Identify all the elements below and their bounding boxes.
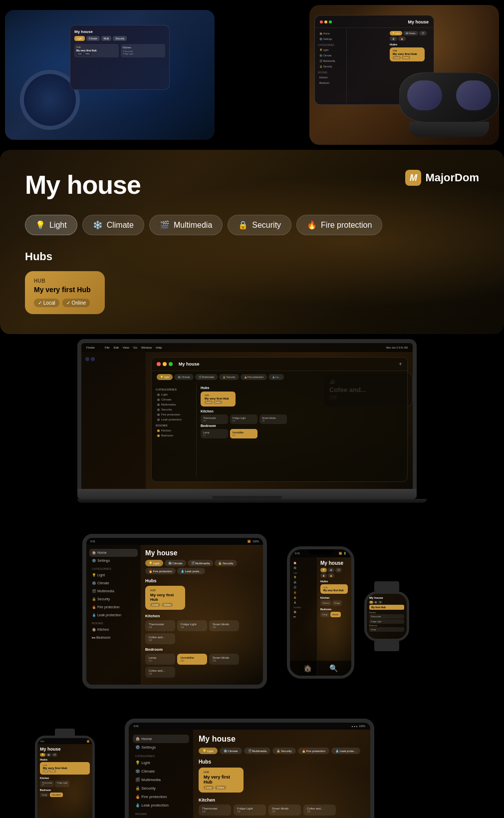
iphone-nav-settings[interactable]: ⚙️ xyxy=(292,565,315,570)
ipad-tab-multimedia[interactable]: 🎬 Multimedia xyxy=(188,560,214,566)
win-tab-climate[interactable]: ❄️ Climate xyxy=(174,374,193,380)
lip-nav-climate[interactable]: ❄️ Climate xyxy=(133,767,189,776)
iphone-tab-fire[interactable]: 🔥 xyxy=(328,573,334,578)
iphone-tab-climate[interactable]: ❄️ xyxy=(328,568,334,572)
lip-nav-home[interactable]: 🏠 Home xyxy=(133,735,189,743)
ipad-tab-light[interactable]: 💡 Light xyxy=(145,560,163,566)
iphone-nav-kitchen[interactable]: 🏠 xyxy=(292,609,315,614)
menu-file[interactable]: File xyxy=(105,346,110,349)
vp-tab-multimedia[interactable]: 🎬 xyxy=(419,31,427,35)
cat-leak[interactable]: Leak protection xyxy=(156,417,192,422)
vp-tab-light[interactable]: 💡 Light xyxy=(390,31,402,35)
lip-nav-light[interactable]: 💡 Light xyxy=(133,759,189,767)
room-kitchen[interactable]: Kitchen xyxy=(156,428,192,433)
lip-tab-light[interactable]: 💡 Light xyxy=(199,748,218,754)
cat-security[interactable]: Security xyxy=(156,407,192,412)
lip-nav-multimedia[interactable]: 🎬 Multimedia xyxy=(133,776,189,784)
lip-nav-security[interactable]: 🔒 Security xyxy=(133,784,189,793)
car-tab-multimedia[interactable]: Multi xyxy=(101,36,112,41)
win-minimize[interactable] xyxy=(163,362,167,366)
window-maximize-dot[interactable] xyxy=(329,20,332,23)
iphone-nav-multimedia[interactable]: 🎬 xyxy=(292,585,315,590)
menu-edit[interactable]: Edit xyxy=(114,346,119,349)
ipad-nav-security[interactable]: 🔒 Security xyxy=(89,595,138,603)
lip-nav-settings[interactable]: ⚙️ Settings xyxy=(133,743,189,752)
sp-tab-light[interactable]: 💡 xyxy=(40,753,45,757)
vp-tab-fire[interactable]: 🔥 xyxy=(398,36,406,41)
vp-tab-climate[interactable]: ❄️ Climate xyxy=(403,31,418,35)
iphone-nav-leak[interactable]: 💧 xyxy=(292,600,315,605)
menu-window[interactable]: Window xyxy=(141,346,152,349)
win-tab-fire[interactable]: 🔥 Fire protection xyxy=(241,374,267,380)
ipad-nav-home[interactable]: 🏠 Home xyxy=(89,549,138,557)
win-tab-leak[interactable]: 💧 Le... xyxy=(268,374,284,380)
watch-tab-multi[interactable]: 🎬 xyxy=(378,601,382,604)
iphone-nav-home[interactable]: 🏠 xyxy=(292,560,315,565)
cat-climate[interactable]: Climate xyxy=(156,397,192,402)
iphone-tab-multimedia[interactable]: 🎬 xyxy=(335,568,342,572)
ipad-nav-fire[interactable]: 🔥 Fire protection xyxy=(89,603,138,611)
ipad-tab-fire[interactable]: 🔥 Fire protection xyxy=(145,568,176,574)
lip-tab-security[interactable]: 🔒 Security xyxy=(272,748,295,754)
car-tab-climate[interactable]: Climate xyxy=(86,36,100,41)
vp-nav-bedroom[interactable]: Bedroom xyxy=(318,80,343,85)
watch-tab-climate[interactable]: ❄️ xyxy=(374,601,378,604)
vp-nav-multimedia[interactable]: 🎬 Multimedia xyxy=(318,58,343,63)
ipad-nav-leak[interactable]: 💧 Leak protection xyxy=(89,611,138,619)
iphone-tab-security[interactable]: 🔒 xyxy=(320,573,327,578)
room-bedroom[interactable]: Bedroom xyxy=(156,433,192,438)
ipad-tab-leak[interactable]: 💧 Leak prote... xyxy=(177,568,205,574)
cat-fire[interactable]: Fire protection xyxy=(156,412,192,417)
cat-multimedia[interactable]: Multimedia xyxy=(156,402,192,407)
tab-multimedia[interactable]: 🎬 Multimedia xyxy=(149,215,223,235)
vp-nav-climate[interactable]: ❄️ Climate xyxy=(318,53,343,58)
vp-nav-settings[interactable]: ⚙️ Settings xyxy=(318,36,343,41)
car-tab-security[interactable]: Security xyxy=(113,36,127,41)
tab-fire[interactable]: 🔥 Fire protection xyxy=(296,215,382,235)
watch-tab-light[interactable]: 💡 xyxy=(369,601,373,604)
vp-nav-home[interactable]: 🏠 Home xyxy=(318,31,343,36)
car-tab-light[interactable]: Light xyxy=(74,36,85,41)
ipad-tab-climate[interactable]: ❄️ Climate xyxy=(165,560,186,566)
win-tab-light[interactable]: 💡 Light xyxy=(157,374,173,380)
sp-tab-multi[interactable]: 🎬 xyxy=(52,753,57,757)
iphone-nav-security[interactable]: 🔒 xyxy=(292,590,315,595)
tab-light[interactable]: 💡 Light xyxy=(25,215,77,235)
iphone-nav-fire[interactable]: 🔥 xyxy=(292,595,315,600)
ipad-nav-multimedia[interactable]: 🎬 Multimedia xyxy=(89,587,138,595)
win-add-button[interactable]: + xyxy=(399,361,402,368)
sp-tab-climate[interactable]: ❄️ xyxy=(46,753,51,757)
lip-nav-fire[interactable]: 🔥 Fire protection xyxy=(133,793,189,801)
ipad-nav-settings[interactable]: ⚙️ Settings xyxy=(89,557,138,565)
lip-tab-climate[interactable]: ❄️ Climate xyxy=(220,748,242,754)
menu-help[interactable]: Help xyxy=(156,346,162,349)
ipad-tab-security[interactable]: 🔒 Security xyxy=(215,560,237,566)
iphone-nav-bedroom[interactable]: 🛏 xyxy=(292,614,315,619)
win-tab-multimedia[interactable]: 🎬 Multimedia xyxy=(195,374,218,380)
ipad-nav-kitchen[interactable]: 🏠 Kitchen xyxy=(89,626,138,634)
win-maximize[interactable] xyxy=(169,362,173,366)
lip-tab-fire[interactable]: 🔥 Fire protection xyxy=(298,748,329,754)
vp-nav-kitchen[interactable]: Kitchen xyxy=(318,75,343,80)
vp-tab-security[interactable]: 🔒 xyxy=(390,36,397,41)
win-close[interactable] xyxy=(157,362,161,366)
iphone-tab-light[interactable]: 💡 xyxy=(320,568,327,572)
iphone-nav-climate[interactable]: ❄️ xyxy=(292,580,315,585)
ipad-nav-bedroom[interactable]: 🛏 Bedroom xyxy=(89,634,138,641)
window-close-dot[interactable] xyxy=(320,20,323,23)
cat-light[interactable]: Light xyxy=(156,392,192,397)
lip-nav-leak[interactable]: 💧 Leak protection xyxy=(133,801,189,810)
menu-view[interactable]: View xyxy=(123,346,129,349)
win-tab-security[interactable]: 🔒 Security xyxy=(219,374,239,380)
tab-climate[interactable]: ❄️ Climate xyxy=(82,215,144,235)
iphone-nav-light[interactable]: 💡 xyxy=(292,575,315,580)
vp-nav-light[interactable]: 💡 Light xyxy=(318,47,343,52)
lip-tab-multimedia[interactable]: 🎬 Multimedia xyxy=(244,748,271,754)
lip-tab-leak[interactable]: 💧 Leak prote... xyxy=(331,748,360,754)
ipad-nav-climate[interactable]: ❄️ Climate xyxy=(89,579,138,587)
ipad-nav-light[interactable]: 💡 Light xyxy=(89,571,138,579)
window-minimize-dot[interactable] xyxy=(324,20,327,23)
vp-nav-security[interactable]: 🔒 Security xyxy=(318,64,343,69)
menu-go[interactable]: Go xyxy=(133,346,137,349)
tab-security[interactable]: 🔒 Security xyxy=(228,215,291,235)
